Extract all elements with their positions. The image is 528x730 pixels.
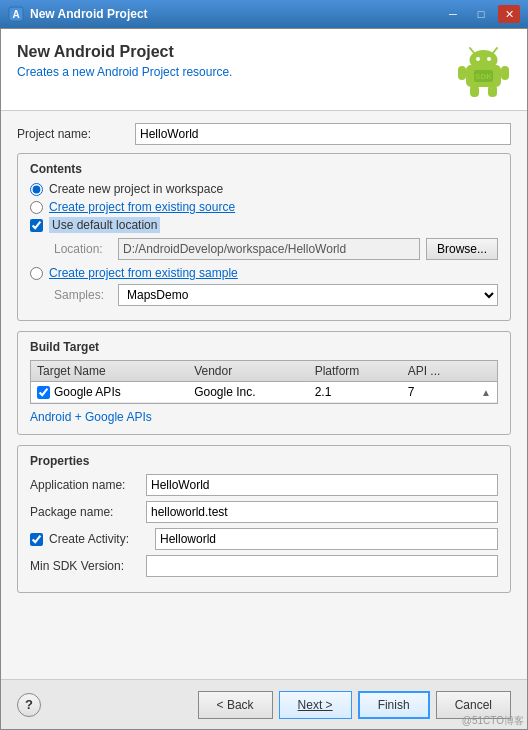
close-button[interactable]: ✕	[498, 5, 520, 23]
target-table: Target Name Vendor Platform API ... Goog…	[31, 361, 497, 403]
col-platform: Platform	[309, 361, 402, 382]
window-icon: A	[8, 6, 24, 22]
dialog-title: New Android Project	[17, 43, 232, 61]
radio-existing-sample-label: Create project from existing sample	[49, 266, 238, 280]
minsdk-row: Min SDK Version:	[30, 555, 498, 577]
app-name-label: Application name:	[30, 478, 140, 492]
col-scroll	[475, 361, 497, 382]
samples-row: Samples: MapsDemo	[30, 284, 498, 306]
back-button[interactable]: < Back	[198, 691, 273, 719]
project-name-input[interactable]	[135, 123, 511, 145]
next-button[interactable]: Next >	[279, 691, 352, 719]
project-name-row: Project name:	[17, 123, 511, 145]
footer-left: ?	[17, 693, 41, 717]
properties-title: Properties	[30, 454, 498, 468]
location-row: Location: Browse...	[30, 238, 498, 260]
svg-rect-12	[488, 85, 497, 97]
svg-rect-10	[501, 66, 509, 80]
finish-button[interactable]: Finish	[358, 691, 430, 719]
default-location-label: Use default location	[49, 218, 160, 232]
android-logo: SDK	[456, 43, 511, 98]
app-name-row: Application name:	[30, 474, 498, 496]
svg-line-7	[470, 48, 474, 53]
package-name-input[interactable]	[146, 501, 498, 523]
minsdk-label: Min SDK Version:	[30, 559, 140, 573]
svg-point-5	[476, 57, 480, 61]
target-table-wrapper: Target Name Vendor Platform API ... Goog…	[30, 360, 498, 404]
col-target-name: Target Name	[31, 361, 188, 382]
contents-group: Contents Create new project in workspace…	[17, 153, 511, 321]
contents-group-title: Contents	[30, 162, 498, 176]
target-table-header-row: Target Name Vendor Platform API ...	[31, 361, 497, 382]
table-row[interactable]: Google APIs Google Inc. 2.1 7 ▲	[31, 382, 497, 403]
build-target-group: Build Target Target Name Vendor Platform…	[17, 331, 511, 435]
title-bar: A New Android Project ─ □ ✕	[0, 0, 528, 28]
radio-existing-source-label: Create project from existing source	[49, 200, 235, 214]
main-window: New Android Project Creates a new Androi…	[0, 28, 528, 730]
svg-text:A: A	[12, 9, 19, 20]
col-vendor: Vendor	[188, 361, 308, 382]
dialog-header: New Android Project Creates a new Androi…	[1, 29, 527, 111]
samples-label: Samples:	[54, 288, 112, 302]
location-label: Location:	[54, 242, 112, 256]
watermark: @51CTO博客	[462, 714, 524, 728]
app-name-input[interactable]	[146, 474, 498, 496]
dialog-content: Project name: Contents Create new projec…	[1, 111, 527, 679]
activity-input[interactable]	[155, 528, 498, 550]
package-name-row: Package name:	[30, 501, 498, 523]
target-row-checkbox[interactable]	[37, 386, 50, 399]
maximize-button[interactable]: □	[470, 5, 492, 23]
activity-label: Create Activity:	[49, 532, 149, 546]
svg-point-6	[487, 57, 491, 61]
package-name-label: Package name:	[30, 505, 140, 519]
target-info: Android + Google APIs	[30, 410, 498, 424]
svg-rect-11	[470, 85, 479, 97]
dialog-subtitle: Creates a new Android Project resource.	[17, 65, 232, 79]
default-location-row: Use default location	[30, 218, 498, 232]
svg-text:SDK: SDK	[475, 72, 492, 81]
location-input[interactable]	[118, 238, 420, 260]
radio-new-project-label: Create new project in workspace	[49, 182, 223, 196]
radio-existing-source[interactable]	[30, 201, 43, 214]
help-button[interactable]: ?	[17, 693, 41, 717]
minimize-button[interactable]: ─	[442, 5, 464, 23]
default-location-checkbox[interactable]	[30, 219, 43, 232]
svg-line-8	[493, 48, 497, 53]
minsdk-input[interactable]	[146, 555, 498, 577]
radio-new-project[interactable]	[30, 183, 43, 196]
dialog-footer: ? < Back Next > Finish Cancel	[1, 679, 527, 729]
next-label: Next >	[298, 698, 333, 712]
col-api: API ...	[402, 361, 475, 382]
activity-row: Create Activity:	[30, 528, 498, 550]
create-activity-checkbox[interactable]	[30, 533, 43, 546]
radio-existing-sample[interactable]	[30, 267, 43, 280]
samples-select[interactable]: MapsDemo	[118, 284, 498, 306]
radio-existing-source-row: Create project from existing source	[30, 200, 498, 214]
radio-existing-sample-row: Create project from existing sample	[30, 266, 498, 280]
svg-rect-9	[458, 66, 466, 80]
properties-group: Properties Application name: Package nam…	[17, 445, 511, 593]
radio-new-project-row: Create new project in workspace	[30, 182, 498, 196]
browse-button[interactable]: Browse...	[426, 238, 498, 260]
project-name-label: Project name:	[17, 127, 127, 141]
window-title: New Android Project	[30, 7, 436, 21]
build-target-title: Build Target	[30, 340, 498, 354]
